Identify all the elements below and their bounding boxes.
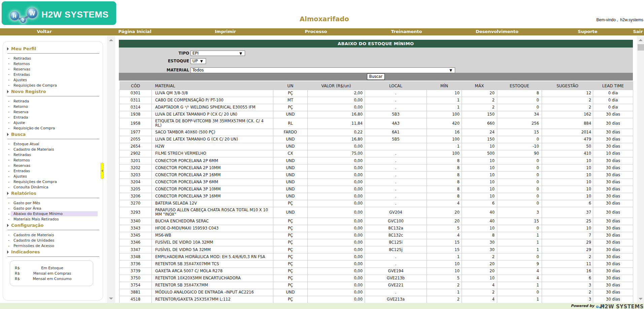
cell: 10 bbox=[462, 172, 497, 179]
cell: CABO DE COMPENSAÇÃO P/ PT-100 bbox=[152, 97, 273, 104]
table-row-0311: 0311CABO DE COMPENSAÇÃO P/ PT-100MT0,00.… bbox=[120, 97, 633, 104]
sidebar-item-entrada[interactable]: -Entrada bbox=[3, 115, 103, 120]
cell: 3750 bbox=[120, 275, 152, 282]
sidebar-section-novo-registro[interactable]: Novo Registro bbox=[3, 89, 103, 95]
nav-item-pagina-inicial[interactable]: Página Inicial bbox=[90, 28, 180, 35]
content-scrollbar[interactable] bbox=[637, 36, 644, 303]
scroll-up-icon[interactable] bbox=[639, 39, 643, 41]
scroll-up-icon[interactable] bbox=[109, 39, 113, 41]
indicators-panel: R$Em EstoqueR$Mensal em ComprasR$Mensal … bbox=[10, 260, 93, 286]
sidebar-item-retirada[interactable]: -Retirada bbox=[3, 98, 103, 104]
sidebar-item-gasto-por-mes[interactable]: -Gasto por Mês bbox=[3, 200, 103, 206]
triangle-right-icon bbox=[7, 47, 9, 51]
sidebar-item-estoque-atual[interactable]: -Estoque Atual bbox=[3, 141, 103, 147]
sidebar-item-reservas[interactable]: -Reservas bbox=[3, 66, 103, 72]
cell: FUSÍVEL DE VIDRO 10A 32MM bbox=[152, 239, 273, 246]
sidebar-item-retiradas[interactable]: -Retiradas bbox=[3, 56, 103, 61]
cell: 660 bbox=[462, 118, 497, 129]
sidebar-item-requisicao-de-compra[interactable]: -Requisição de Compra bbox=[3, 126, 103, 131]
nav-item-sair[interactable]: Sair bbox=[633, 28, 643, 35]
cell: 1 bbox=[497, 232, 542, 239]
cell: PÇ bbox=[273, 218, 308, 225]
nav-item-treinamento[interactable]: Treinamento bbox=[361, 28, 452, 35]
scroll-down-icon[interactable] bbox=[109, 298, 113, 300]
sidebar-item-entradas[interactable]: -Entradas bbox=[3, 72, 103, 77]
cell: -10 bbox=[497, 143, 542, 150]
sidebar-section-relatorios[interactable]: Relatórios bbox=[3, 190, 103, 196]
indicator-row[interactable]: R$Mensal em Consumo bbox=[10, 276, 93, 282]
table-row-3270: 3270BATERIA SELADA 12VPÇ0,00.460630 dias bbox=[120, 200, 633, 207]
sidebar-item-gasto-por-area[interactable]: -Gasto por Área bbox=[3, 206, 103, 211]
scroll-thumb[interactable] bbox=[638, 44, 644, 51]
sidebar-section-busca[interactable]: Busca bbox=[3, 131, 103, 137]
nav-item-processo[interactable]: Processo bbox=[271, 28, 361, 35]
indicator-row[interactable]: R$Mensal em Compras bbox=[10, 271, 93, 276]
cell: GVE213a bbox=[365, 296, 427, 303]
sidebar-item-cadastro-de-unidades[interactable]: -Cadastro de Unidades bbox=[3, 238, 103, 243]
sidebar-section-indicadores[interactable]: Indicadores bbox=[3, 249, 103, 255]
sidebar-item-ajustes[interactable]: -Ajustes bbox=[3, 77, 103, 83]
cell: 420 bbox=[427, 118, 462, 129]
indicator-row[interactable]: R$Em Estoque bbox=[10, 265, 93, 271]
sidebar-item-label: Retirada bbox=[11, 99, 98, 104]
cell: 30 dias bbox=[593, 282, 633, 289]
sidebar-item-cadastro-de-materiais[interactable]: -Cadastro de Materiais bbox=[3, 147, 103, 152]
cell: 3206 bbox=[120, 193, 152, 200]
cell: 30 dias bbox=[593, 200, 633, 207]
cell: 256 bbox=[497, 118, 542, 129]
nav-item-suporte[interactable]: Suporte bbox=[542, 28, 633, 35]
table-row-2055: 2055LUVA DE LATEX TAMANHO G (CX C/ 20 UN… bbox=[120, 136, 633, 143]
sidebar-item-reservas[interactable]: -Reservas bbox=[3, 163, 103, 168]
cell: 0 dia bbox=[593, 90, 633, 97]
cell: 20 bbox=[427, 207, 462, 218]
sidebar-item-entradas[interactable]: -Entradas bbox=[3, 168, 103, 174]
cell: 10 bbox=[462, 157, 497, 164]
cell: H2W bbox=[152, 143, 273, 150]
cell: 3343 bbox=[120, 225, 152, 232]
sidebar-item-requisicoes-de-compra[interactable]: -Requisições de Compra bbox=[3, 179, 103, 185]
sidebar-collapse-handle[interactable] bbox=[101, 163, 104, 179]
sidebar-item-ajuste[interactable]: -Ajuste bbox=[3, 120, 103, 125]
sidebar-item-permissoes-de-acesso[interactable]: -Permissões de Acesso bbox=[3, 243, 103, 249]
cell: 0,00 bbox=[308, 275, 365, 282]
sidebar-item-retornos[interactable]: -Retornos bbox=[3, 61, 103, 66]
nav-item-voltar[interactable]: Voltar bbox=[0, 28, 90, 35]
cell: 10 bbox=[462, 275, 497, 282]
sidebar-section-configuracao[interactable]: Configuração bbox=[3, 222, 103, 228]
scroll-down-icon[interactable] bbox=[639, 298, 643, 300]
cell: 30 dias bbox=[593, 207, 633, 218]
sidebar-item-cadastro-de-materiais[interactable]: -Cadastro de Materiais bbox=[3, 232, 103, 238]
cell: 3293 bbox=[120, 207, 152, 218]
sidebar-scrollbar[interactable] bbox=[107, 36, 115, 303]
sidebar-item-materiais-mais-retirados[interactable]: -Materiais Mais Retirados bbox=[3, 217, 103, 222]
cell: 8 bbox=[427, 157, 462, 164]
nav-item-imprimir[interactable]: Imprimir bbox=[180, 28, 271, 35]
tipo-select[interactable]: EPI ▼ bbox=[191, 51, 245, 56]
search-button[interactable]: Buscar bbox=[367, 73, 385, 80]
h2w-logo[interactable]: H 2 W H2W SYSTEMS bbox=[2, 1, 116, 25]
divider bbox=[7, 256, 99, 257]
sidebar-item-retorno[interactable]: -Retorno bbox=[3, 104, 103, 109]
sidebar-item-retornos[interactable]: -Retornos bbox=[3, 157, 103, 163]
dash-icon: - bbox=[8, 115, 9, 120]
sidebar-item-requisicoes-de-compra[interactable]: -Requisições de Compra bbox=[3, 83, 103, 88]
cell: CONECTOR PORCELANA 2P 6MM bbox=[152, 157, 273, 164]
cell: 0,00 bbox=[308, 200, 365, 207]
cell: 0,00 bbox=[308, 143, 365, 150]
sidebar-item-ajustes[interactable]: -Ajustes bbox=[3, 174, 103, 179]
cell: 1 bbox=[427, 289, 462, 296]
cell: MT bbox=[273, 97, 308, 104]
material-select[interactable]: Todos ▼ bbox=[191, 67, 455, 73]
nav-item-desenvolvimento[interactable]: Desenvolvimento bbox=[452, 28, 542, 35]
cell: 29 bbox=[542, 246, 593, 253]
sidebar-item-abaixo-do-estoque-minimo[interactable]: -Abaixo do Estoque Mínimo bbox=[3, 211, 103, 217]
sidebar-item-retiradas[interactable]: -Retiradas bbox=[3, 152, 103, 157]
sidebar-item-reserva[interactable]: -Reserva bbox=[3, 109, 103, 115]
table-row-2902: 2902FILME STRECH VERMELHOCX75,00.1005009… bbox=[120, 150, 633, 157]
cell: 162 bbox=[542, 111, 593, 118]
sidebar-item-consulta-dinamica[interactable]: -Consulta Dinâmica bbox=[3, 185, 103, 190]
estoque-select[interactable]: UP ▼ bbox=[191, 58, 206, 64]
cell: . bbox=[365, 104, 427, 111]
sidebar-section-title: Relatórios bbox=[11, 191, 36, 196]
sidebar-section-meu-perfil[interactable]: Meu Perfil bbox=[3, 46, 103, 52]
